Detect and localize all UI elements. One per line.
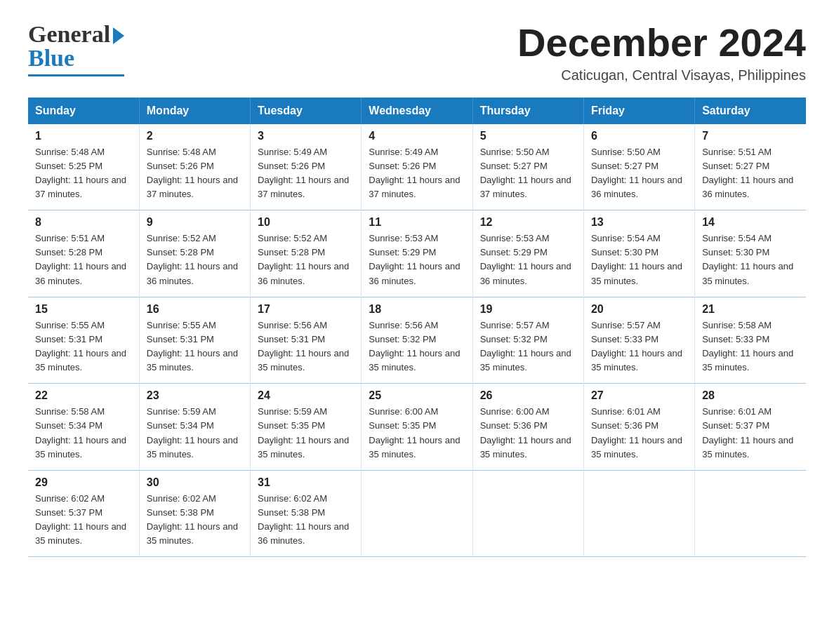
- day-number: 21: [702, 303, 799, 316]
- day-info: Sunrise: 5:52 AMSunset: 5:28 PMDaylight:…: [147, 232, 243, 288]
- calendar-cell: 8 Sunrise: 5:51 AMSunset: 5:28 PMDayligh…: [28, 210, 139, 297]
- day-info: Sunrise: 5:59 AMSunset: 5:34 PMDaylight:…: [147, 405, 243, 462]
- day-info: Sunrise: 6:00 AMSunset: 5:35 PMDaylight:…: [369, 405, 465, 462]
- day-info: Sunrise: 6:01 AMSunset: 5:36 PMDaylight:…: [591, 405, 687, 462]
- calendar-header: SundayMondayTuesdayWednesdayThursdayFrid…: [28, 98, 806, 124]
- calendar-cell: 2 Sunrise: 5:48 AMSunset: 5:26 PMDayligh…: [139, 124, 250, 210]
- calendar-cell: 4 Sunrise: 5:49 AMSunset: 5:26 PMDayligh…: [362, 124, 472, 210]
- day-number: 27: [591, 389, 687, 402]
- day-number: 5: [480, 130, 576, 142]
- day-number: 12: [480, 216, 576, 229]
- day-number: 8: [35, 216, 132, 229]
- day-number: 28: [702, 389, 799, 402]
- header-col-saturday: Saturday: [695, 98, 806, 124]
- day-number: 4: [369, 130, 465, 142]
- location-text: Caticugan, Central Visayas, Philippines: [517, 67, 806, 83]
- day-number: 20: [591, 303, 687, 316]
- logo-general-text: General: [28, 21, 110, 48]
- day-info: Sunrise: 6:02 AMSunset: 5:38 PMDaylight:…: [147, 492, 243, 549]
- day-number: 29: [35, 476, 132, 489]
- day-info: Sunrise: 5:49 AMSunset: 5:26 PMDaylight:…: [258, 145, 354, 202]
- calendar-cell: 31 Sunrise: 6:02 AMSunset: 5:38 PMDaylig…: [251, 470, 362, 557]
- calendar-cell: 30 Sunrise: 6:02 AMSunset: 5:38 PMDaylig…: [139, 470, 250, 557]
- header-col-sunday: Sunday: [28, 98, 139, 124]
- calendar-cell: 17 Sunrise: 5:56 AMSunset: 5:31 PMDaylig…: [251, 297, 362, 384]
- day-info: Sunrise: 6:02 AMSunset: 5:37 PMDaylight:…: [35, 492, 132, 549]
- calendar-cell: 29 Sunrise: 6:02 AMSunset: 5:37 PMDaylig…: [28, 470, 139, 557]
- calendar-cell: 26 Sunrise: 6:00 AMSunset: 5:36 PMDaylig…: [472, 384, 583, 471]
- title-section: December 2024 Caticugan, Central Visayas…: [517, 21, 806, 83]
- day-number: 7: [702, 130, 799, 142]
- calendar-cell: 16 Sunrise: 5:55 AMSunset: 5:31 PMDaylig…: [139, 297, 250, 384]
- logo-blue-text: Blue: [28, 45, 74, 72]
- week-row-2: 8 Sunrise: 5:51 AMSunset: 5:28 PMDayligh…: [28, 210, 806, 297]
- calendar-table: SundayMondayTuesdayWednesdayThursdayFrid…: [28, 98, 806, 558]
- calendar-cell: 27 Sunrise: 6:01 AMSunset: 5:36 PMDaylig…: [583, 384, 694, 471]
- calendar-cell: 20 Sunrise: 5:57 AMSunset: 5:33 PMDaylig…: [583, 297, 694, 384]
- day-info: Sunrise: 5:53 AMSunset: 5:29 PMDaylight:…: [369, 232, 465, 288]
- day-number: 14: [702, 216, 799, 229]
- day-number: 13: [591, 216, 687, 229]
- day-number: 26: [480, 389, 576, 402]
- day-number: 9: [147, 216, 243, 229]
- day-number: 31: [258, 476, 354, 489]
- week-row-3: 15 Sunrise: 5:55 AMSunset: 5:31 PMDaylig…: [28, 297, 806, 384]
- day-info: Sunrise: 5:56 AMSunset: 5:32 PMDaylight:…: [369, 318, 465, 375]
- day-info: Sunrise: 5:59 AMSunset: 5:35 PMDaylight:…: [258, 405, 354, 462]
- header-col-wednesday: Wednesday: [362, 98, 472, 124]
- calendar-cell: 7 Sunrise: 5:51 AMSunset: 5:27 PMDayligh…: [695, 124, 806, 210]
- calendar-cell: 9 Sunrise: 5:52 AMSunset: 5:28 PMDayligh…: [139, 210, 250, 297]
- day-info: Sunrise: 5:58 AMSunset: 5:34 PMDaylight:…: [35, 405, 132, 462]
- logo: General Blue: [28, 21, 124, 76]
- week-row-1: 1 Sunrise: 5:48 AMSunset: 5:25 PMDayligh…: [28, 124, 806, 210]
- day-info: Sunrise: 5:52 AMSunset: 5:28 PMDaylight:…: [258, 232, 354, 288]
- calendar-cell: 19 Sunrise: 5:57 AMSunset: 5:32 PMDaylig…: [472, 297, 583, 384]
- calendar-cell: 22 Sunrise: 5:58 AMSunset: 5:34 PMDaylig…: [28, 384, 139, 471]
- calendar-cell: 11 Sunrise: 5:53 AMSunset: 5:29 PMDaylig…: [362, 210, 472, 297]
- day-info: Sunrise: 6:00 AMSunset: 5:36 PMDaylight:…: [480, 405, 576, 462]
- day-number: 22: [35, 389, 132, 402]
- day-number: 1: [35, 130, 132, 142]
- calendar-cell: [695, 470, 806, 557]
- calendar-cell: [362, 470, 472, 557]
- day-info: Sunrise: 5:58 AMSunset: 5:33 PMDaylight:…: [702, 318, 799, 375]
- day-number: 30: [147, 476, 243, 489]
- logo-bottom-line: Blue: [28, 45, 74, 72]
- day-info: Sunrise: 5:51 AMSunset: 5:28 PMDaylight:…: [35, 232, 132, 288]
- calendar-cell: 24 Sunrise: 5:59 AMSunset: 5:35 PMDaylig…: [251, 384, 362, 471]
- calendar-cell: 1 Sunrise: 5:48 AMSunset: 5:25 PMDayligh…: [28, 124, 139, 210]
- header-row: SundayMondayTuesdayWednesdayThursdayFrid…: [28, 98, 806, 124]
- day-info: Sunrise: 5:50 AMSunset: 5:27 PMDaylight:…: [591, 145, 687, 202]
- day-info: Sunrise: 5:53 AMSunset: 5:29 PMDaylight:…: [480, 232, 576, 288]
- day-info: Sunrise: 5:54 AMSunset: 5:30 PMDaylight:…: [591, 232, 687, 288]
- day-number: 2: [147, 130, 243, 142]
- day-number: 18: [369, 303, 465, 316]
- header-col-monday: Monday: [139, 98, 250, 124]
- day-number: 23: [147, 389, 243, 402]
- day-info: Sunrise: 6:02 AMSunset: 5:38 PMDaylight:…: [258, 492, 354, 549]
- week-row-5: 29 Sunrise: 6:02 AMSunset: 5:37 PMDaylig…: [28, 470, 806, 557]
- day-info: Sunrise: 5:56 AMSunset: 5:31 PMDaylight:…: [258, 318, 354, 375]
- day-number: 3: [258, 130, 354, 142]
- day-info: Sunrise: 5:57 AMSunset: 5:33 PMDaylight:…: [591, 318, 687, 375]
- day-info: Sunrise: 5:48 AMSunset: 5:26 PMDaylight:…: [147, 145, 243, 202]
- day-info: Sunrise: 5:49 AMSunset: 5:26 PMDaylight:…: [369, 145, 465, 202]
- day-number: 6: [591, 130, 687, 142]
- day-info: Sunrise: 6:01 AMSunset: 5:37 PMDaylight:…: [702, 405, 799, 462]
- day-info: Sunrise: 5:48 AMSunset: 5:25 PMDaylight:…: [35, 145, 132, 202]
- calendar-body: 1 Sunrise: 5:48 AMSunset: 5:25 PMDayligh…: [28, 124, 806, 557]
- logo-underline: [28, 74, 124, 76]
- day-info: Sunrise: 5:55 AMSunset: 5:31 PMDaylight:…: [147, 318, 243, 375]
- week-row-4: 22 Sunrise: 5:58 AMSunset: 5:34 PMDaylig…: [28, 384, 806, 471]
- header-col-friday: Friday: [583, 98, 694, 124]
- day-number: 25: [369, 389, 465, 402]
- day-number: 11: [369, 216, 465, 229]
- calendar-cell: 5 Sunrise: 5:50 AMSunset: 5:27 PMDayligh…: [472, 124, 583, 210]
- calendar-cell: 12 Sunrise: 5:53 AMSunset: 5:29 PMDaylig…: [472, 210, 583, 297]
- day-number: 19: [480, 303, 576, 316]
- page-header: General Blue December 2024 Caticugan, Ce…: [28, 21, 806, 83]
- day-number: 10: [258, 216, 354, 229]
- calendar-cell: 3 Sunrise: 5:49 AMSunset: 5:26 PMDayligh…: [251, 124, 362, 210]
- calendar-cell: 25 Sunrise: 6:00 AMSunset: 5:35 PMDaylig…: [362, 384, 472, 471]
- header-col-thursday: Thursday: [472, 98, 583, 124]
